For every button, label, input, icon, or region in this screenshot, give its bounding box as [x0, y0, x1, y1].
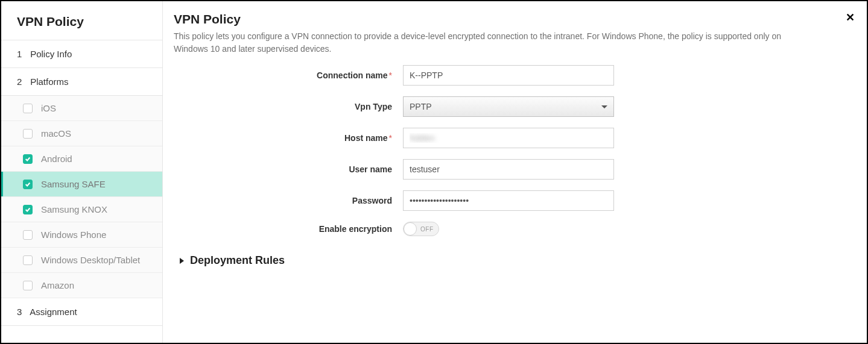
toggle-knob: [404, 222, 417, 236]
platform-label: Windows Phone: [41, 230, 106, 240]
step-number: 2: [17, 77, 28, 87]
row-host-name: Host name*: [174, 128, 850, 148]
platform-label: Samsung KNOX: [41, 204, 107, 214]
step-label: Policy Info: [30, 49, 72, 59]
connection-name-input[interactable]: [403, 65, 614, 86]
triangle-right-icon: [180, 258, 184, 264]
platform-item-ios[interactable]: iOS: [1, 96, 162, 121]
host-name-input[interactable]: [403, 128, 614, 148]
row-user-name: User name: [174, 159, 850, 180]
deployment-rules-header[interactable]: Deployment Rules: [174, 254, 850, 267]
checkbox-icon[interactable]: [23, 129, 33, 139]
platform-label: Windows Desktop/Tablet: [41, 255, 140, 265]
row-vpn-type: Vpn Type PPTP: [174, 96, 850, 117]
platform-label: Samsung SAFE: [41, 179, 106, 189]
platform-item-samsung-safe[interactable]: Samsung SAFE: [1, 172, 162, 197]
checkbox-icon[interactable]: [23, 104, 33, 113]
row-connection-name: Connection name*: [174, 65, 850, 86]
step-number: 3: [17, 307, 28, 317]
enable-encryption-toggle[interactable]: OFF: [403, 222, 439, 236]
platform-item-macos[interactable]: macOS: [1, 121, 162, 146]
sidebar: VPN Policy 1 Policy Info 2 Platforms iOS…: [1, 1, 163, 343]
platform-label: iOS: [41, 103, 56, 113]
platform-item-amazon[interactable]: Amazon: [1, 273, 162, 298]
row-password: Password: [174, 190, 850, 211]
platform-item-windows-phone[interactable]: Windows Phone: [1, 222, 162, 248]
platform-item-android[interactable]: Android: [1, 146, 162, 172]
checkbox-icon[interactable]: [23, 281, 33, 290]
platform-label: macOS: [41, 128, 71, 139]
close-icon[interactable]: ✕: [846, 12, 855, 23]
checkbox-icon[interactable]: [23, 255, 33, 265]
nav-step-policy-info[interactable]: 1 Policy Info: [1, 40, 162, 68]
user-name-input[interactable]: [403, 159, 614, 180]
deployment-rules-title: Deployment Rules: [190, 254, 285, 267]
label-connection-name: Connection name*: [174, 70, 403, 80]
vpn-type-value: PPTP: [410, 102, 432, 111]
checkbox-icon[interactable]: [23, 230, 33, 240]
label-user-name: User name: [174, 164, 403, 174]
caret-down-icon: [601, 105, 607, 108]
page-title: VPN Policy: [174, 12, 850, 27]
checkbox-icon[interactable]: [23, 180, 33, 189]
vpn-form: Connection name* Vpn Type PPTP Host name: [174, 65, 850, 236]
password-input[interactable]: [403, 190, 614, 211]
checkbox-icon[interactable]: [23, 205, 33, 214]
toggle-label: OFF: [420, 226, 434, 233]
row-enable-encryption: Enable encryption OFF: [174, 222, 850, 236]
vpn-type-select[interactable]: PPTP: [403, 96, 614, 117]
nav-step-platforms[interactable]: 2 Platforms: [1, 68, 162, 96]
label-password: Password: [174, 196, 403, 205]
platform-label: Amazon: [41, 280, 74, 290]
checkbox-icon[interactable]: [23, 154, 33, 164]
platform-item-windows-desktop-tablet[interactable]: Windows Desktop/Tablet: [1, 248, 162, 273]
step-label: Assignment: [30, 307, 77, 317]
label-host-name: Host name*: [174, 133, 403, 143]
step-label: Platforms: [30, 77, 68, 87]
label-enable-encryption: Enable encryption: [174, 224, 403, 234]
main-panel: ✕ VPN Policy This policy lets you config…: [163, 1, 867, 343]
nav-step-assignment[interactable]: 3 Assignment: [1, 298, 162, 326]
sidebar-title: VPN Policy: [1, 1, 162, 40]
platform-label: Android: [41, 154, 72, 164]
platform-item-samsung-knox[interactable]: Samsung KNOX: [1, 197, 162, 222]
step-number: 1: [17, 49, 28, 59]
label-vpn-type: Vpn Type: [174, 102, 403, 111]
page-description: This policy lets you configure a VPN con…: [174, 30, 813, 55]
